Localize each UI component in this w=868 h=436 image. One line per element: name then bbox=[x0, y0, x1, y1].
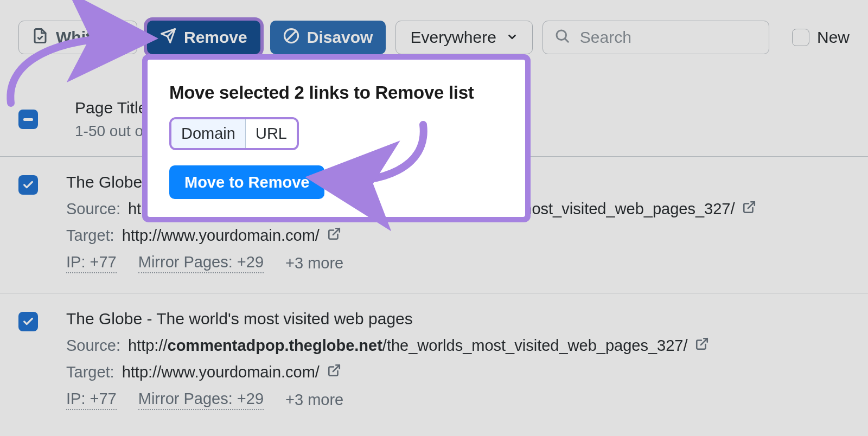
disavow-label: Disavow bbox=[307, 28, 373, 47]
source-url[interactable]: http://commentadpop.theglobe.net/the_wor… bbox=[128, 337, 688, 355]
more-link[interactable]: +3 more bbox=[285, 254, 343, 272]
seg-domain-option[interactable]: Domain bbox=[171, 119, 246, 148]
row-source: Source: http://commentadpop.theglobe.net… bbox=[66, 337, 868, 355]
external-link-icon[interactable] bbox=[327, 227, 341, 245]
target-label: Target: bbox=[66, 227, 114, 245]
scope-segmented-control: Domain URL bbox=[169, 117, 299, 150]
row-target: Target: http://www.yourdomain.com/ bbox=[66, 227, 868, 245]
whitelist-label: Whitelist bbox=[56, 28, 124, 47]
svg-line-9 bbox=[333, 365, 340, 371]
scope-dropdown[interactable]: Everywhere bbox=[395, 21, 532, 54]
modal-title: Move selected 2 links to Remove list bbox=[169, 82, 503, 103]
table-row: The Globe - The world's most visited web… bbox=[0, 293, 868, 426]
new-checkbox[interactable] bbox=[792, 29, 809, 46]
target-label: Target: bbox=[66, 363, 114, 381]
svg-line-3 bbox=[286, 31, 296, 41]
column-title: Page Title bbox=[75, 99, 148, 117]
toolbar: Whitelist Remove Disavow Everywhere bbox=[18, 21, 850, 54]
svg-line-8 bbox=[701, 338, 707, 345]
source-label: Source: bbox=[66, 337, 120, 355]
whitelist-button[interactable]: Whitelist bbox=[18, 21, 137, 54]
ip-link[interactable]: IP: +77 bbox=[66, 390, 117, 410]
row-title: The Globe - The world's most visited web… bbox=[66, 310, 868, 328]
remove-label: Remove bbox=[184, 28, 247, 47]
target-url[interactable]: http://www.yourdomain.com/ bbox=[122, 227, 320, 245]
row-checkbox[interactable] bbox=[18, 175, 38, 195]
row-meta: IP: +77 Mirror Pages: +29 +3 more bbox=[66, 390, 868, 410]
select-all-checkbox[interactable] bbox=[18, 110, 38, 129]
more-link[interactable]: +3 more bbox=[285, 391, 343, 409]
external-link-icon[interactable] bbox=[695, 337, 709, 355]
svg-line-5 bbox=[565, 39, 568, 41]
remove-button[interactable]: Remove bbox=[147, 21, 260, 54]
pagination-range: 1-50 out of bbox=[75, 123, 148, 140]
new-filter[interactable]: New bbox=[792, 28, 850, 47]
search-field[interactable] bbox=[542, 21, 769, 54]
mirror-link[interactable]: Mirror Pages: +29 bbox=[138, 390, 264, 410]
mirror-link[interactable]: Mirror Pages: +29 bbox=[138, 253, 264, 273]
svg-line-6 bbox=[748, 202, 755, 208]
scope-label: Everywhere bbox=[410, 28, 496, 47]
row-target: Target: http://www.yourdomain.com/ bbox=[66, 363, 868, 381]
row-checkbox[interactable] bbox=[18, 312, 38, 331]
external-link-icon[interactable] bbox=[327, 363, 341, 381]
chevron-down-icon bbox=[506, 28, 518, 47]
row-meta: IP: +77 Mirror Pages: +29 +3 more bbox=[66, 253, 868, 273]
search-input[interactable] bbox=[580, 28, 758, 47]
ip-link[interactable]: IP: +77 bbox=[66, 253, 117, 273]
move-to-remove-button[interactable]: Move to Remove bbox=[169, 165, 324, 199]
target-url[interactable]: http://www.yourdomain.com/ bbox=[122, 363, 320, 381]
send-icon bbox=[160, 28, 176, 48]
svg-line-7 bbox=[333, 228, 340, 235]
disavow-button[interactable]: Disavow bbox=[270, 21, 386, 54]
ban-icon bbox=[283, 28, 299, 48]
source-label: Source: bbox=[66, 200, 120, 218]
move-to-remove-modal: Move selected 2 links to Remove list Dom… bbox=[148, 60, 525, 217]
file-check-icon bbox=[32, 28, 48, 48]
new-label: New bbox=[817, 28, 850, 47]
external-link-icon[interactable] bbox=[742, 200, 756, 218]
app-canvas: Whitelist Remove Disavow Everywhere bbox=[0, 0, 868, 436]
seg-url-option[interactable]: URL bbox=[246, 119, 297, 148]
search-icon bbox=[554, 28, 570, 48]
